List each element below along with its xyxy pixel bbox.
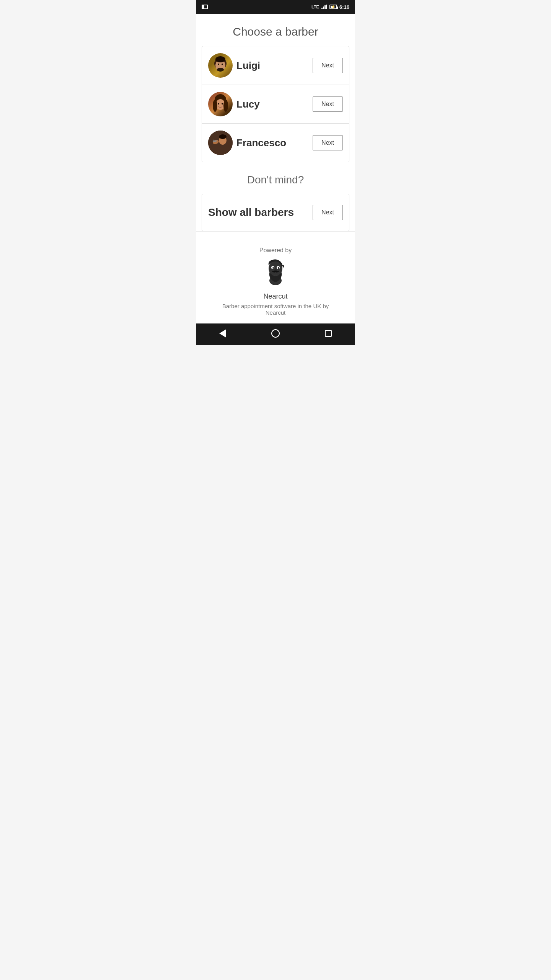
show-all-label: Show all barbers <box>208 206 294 219</box>
nearcut-brand-name: Nearcut <box>204 292 347 301</box>
svg-point-24 <box>274 270 277 271</box>
svg-point-3 <box>217 68 224 72</box>
svg-point-9 <box>223 100 228 112</box>
svg-point-14 <box>219 134 227 139</box>
luigi-photo <box>208 53 233 78</box>
show-all-row: Show all barbers Next <box>202 194 349 231</box>
svg-point-11 <box>222 103 223 105</box>
signal-icon <box>321 5 327 9</box>
home-icon <box>271 329 280 338</box>
avatar-luigi <box>208 53 233 78</box>
nearcut-logo <box>204 258 347 289</box>
next-button-lucy[interactable]: Next <box>313 96 343 112</box>
home-button[interactable] <box>269 327 282 340</box>
svg-point-22 <box>272 267 274 269</box>
page-title: Choose a barber <box>196 14 355 46</box>
barber-name-francesco: Francesco <box>236 137 286 149</box>
next-button-luigi[interactable]: Next <box>313 58 343 73</box>
back-icon <box>219 329 226 338</box>
sd-card-icon <box>202 5 208 9</box>
next-button-show-all[interactable]: Next <box>313 205 343 220</box>
svg-point-10 <box>218 103 219 105</box>
powered-by-text: Powered by <box>204 247 347 254</box>
lucy-photo <box>208 92 233 116</box>
svg-point-2 <box>215 56 225 62</box>
back-button[interactable] <box>216 327 230 340</box>
status-right: LTE ⚡ 6:16 <box>311 4 349 10</box>
francesco-photo <box>208 131 233 155</box>
avatar-francesco <box>208 131 233 155</box>
footer-tagline: Barber appointment software in the UK by… <box>204 303 347 316</box>
footer: Powered by <box>196 231 355 323</box>
barber-info-lucy: Lucy <box>208 92 260 116</box>
status-left <box>202 5 208 9</box>
battery-icon: ⚡ <box>329 5 337 9</box>
dont-mind-title: Don't mind? <box>196 162 355 194</box>
barbers-list: Luigi Next <box>202 46 349 162</box>
barber-row-lucy: Lucy Next <box>202 85 349 124</box>
barber-info-francesco: Francesco <box>208 131 286 155</box>
recent-apps-button[interactable] <box>321 327 335 340</box>
recent-apps-icon <box>325 330 332 337</box>
svg-point-23 <box>278 267 279 269</box>
network-label: LTE <box>311 5 319 9</box>
svg-point-5 <box>222 64 223 65</box>
status-bar: LTE ⚡ 6:16 <box>196 0 355 14</box>
barber-name-luigi: Luigi <box>236 60 260 72</box>
main-content: Choose a barber <box>196 14 355 323</box>
svg-point-4 <box>218 64 219 65</box>
barber-name-lucy: Lucy <box>236 98 260 110</box>
show-all-card: Show all barbers Next <box>202 194 349 231</box>
avatar-lucy <box>208 92 233 116</box>
nav-bar <box>196 323 355 345</box>
next-button-francesco[interactable]: Next <box>313 135 343 150</box>
svg-point-8 <box>213 100 217 112</box>
nearcut-logo-svg <box>260 258 291 288</box>
barber-row-luigi: Luigi Next <box>202 46 349 85</box>
clock: 6:16 <box>339 4 349 10</box>
barber-row-francesco: Francesco Next <box>202 124 349 162</box>
barber-info-luigi: Luigi <box>208 53 260 78</box>
